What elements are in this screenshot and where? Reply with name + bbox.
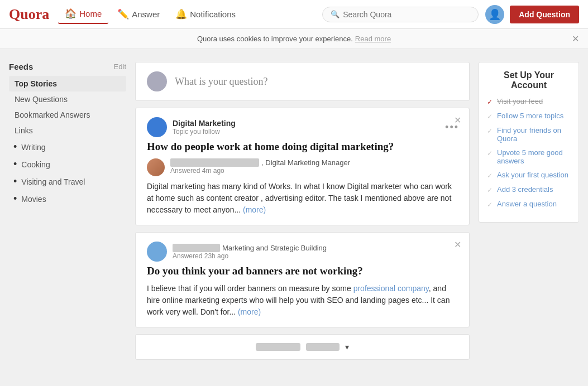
- nav-notifications[interactable]: 🔔 Notifications: [169, 5, 242, 23]
- check-icon-0: ✓: [487, 98, 493, 106]
- setup-item-3: ✓ Upvote 5 more good answers: [487, 148, 571, 165]
- search-icon: 🔍: [331, 10, 340, 19]
- feeds-header: Feeds Edit: [9, 62, 126, 71]
- card-question-2[interactable]: Do you think your ad banners are not wor…: [147, 265, 458, 277]
- setup-item-4: ✓ Ask your first question: [487, 171, 571, 180]
- answer-time-1: Answered 4m ago: [170, 167, 350, 175]
- sidebar-topic-cooking[interactable]: • Cooking: [9, 156, 126, 173]
- cookie-banner: Quora uses cookies to improve your exper…: [0, 29, 588, 49]
- setup-item-5: ✓ Add 3 credentials: [487, 185, 571, 194]
- sidebar-topic-movies[interactable]: • Movies: [9, 190, 126, 208]
- sidebar-topic-writing[interactable]: • Writing: [9, 138, 126, 156]
- nav-links: 🏠 Home ✏️ Answer 🔔 Notifications: [58, 4, 315, 24]
- answer-text-2: I believe that if you will order banners…: [147, 283, 458, 318]
- answer-text-1: Digital marketing has many kind of Works…: [147, 181, 458, 216]
- topic-name-1[interactable]: Digital Marketing: [173, 119, 236, 128]
- search-input[interactable]: [343, 10, 470, 19]
- answer-link-professional[interactable]: professional company: [353, 284, 429, 293]
- home-icon: 🏠: [65, 8, 77, 20]
- cookie-text: Quora uses cookies to improve your exper…: [197, 35, 353, 43]
- load-more-row[interactable]: ▾: [135, 334, 470, 360]
- card-close-button-1[interactable]: ✕: [454, 115, 461, 126]
- sidebar-topic-visiting-and-travel[interactable]: • Visiting and Travel: [9, 173, 126, 190]
- feeds-title: Feeds: [9, 62, 33, 71]
- page-container: Feeds Edit Top Stories New Questions Boo…: [0, 53, 588, 369]
- sidebar: Feeds Edit Top Stories New Questions Boo…: [9, 62, 126, 360]
- answer-more-link-1[interactable]: (more): [243, 205, 266, 214]
- sidebar-item-links[interactable]: Links: [9, 123, 126, 138]
- answer-content-1: , Digital Marketing Manager Answered 4m …: [170, 158, 350, 175]
- setup-item-6: ✓ Answer a question: [487, 200, 571, 209]
- sidebar-item-bookmarked-answers[interactable]: Bookmarked Answers: [9, 107, 126, 123]
- setup-card: Set Up Your Account ✓ Visit your feed ✓ …: [479, 62, 579, 223]
- bullet-icon: •: [13, 193, 17, 205]
- user-avatar-small: [147, 71, 167, 91]
- check-icon-1: ✓: [487, 113, 493, 120]
- setup-link-6[interactable]: Answer a question: [497, 200, 557, 208]
- check-icon-6: ✓: [487, 201, 493, 209]
- feed-card-1: Digital Marketing Topic you follow ••• H…: [135, 108, 470, 225]
- feeds-edit-link[interactable]: Edit: [114, 62, 126, 71]
- topic-info-1: Digital Marketing Topic you follow: [173, 119, 236, 136]
- topic-left-2: Marketing and Strategic Building Answere…: [147, 242, 327, 262]
- check-icon-4: ✓: [487, 172, 493, 180]
- card-question-1[interactable]: How do people work at home doing digital…: [147, 141, 458, 153]
- topic-avatar-1: [147, 117, 167, 137]
- nav-home[interactable]: 🏠 Home: [58, 4, 108, 24]
- bullet-icon: •: [13, 141, 17, 153]
- setup-item-0: ✓ Visit your feed: [487, 97, 571, 106]
- nav-answer[interactable]: ✏️ Answer: [111, 5, 166, 23]
- ask-question-box[interactable]: What is your question?: [135, 62, 470, 101]
- read-more-link[interactable]: Read more: [355, 35, 391, 43]
- main-content: What is your question? Digital Marketing…: [135, 62, 470, 360]
- chevron-down-icon: ▾: [345, 342, 349, 351]
- setup-link-0[interactable]: Visit your feed: [497, 97, 543, 105]
- sidebar-item-new-questions[interactable]: New Questions: [9, 91, 126, 107]
- answer-author-2: Marketing and Strategic Building: [173, 244, 327, 252]
- bullet-icon: •: [13, 176, 17, 187]
- setup-item-1: ✓ Follow 5 more topics: [487, 112, 571, 120]
- cookie-close-button[interactable]: ✕: [572, 33, 579, 44]
- setup-link-5[interactable]: Add 3 credentials: [497, 185, 553, 194]
- bell-icon: 🔔: [175, 8, 187, 20]
- setup-link-4[interactable]: Ask your first question: [497, 171, 568, 179]
- add-question-button[interactable]: Add Question: [510, 6, 579, 23]
- load-more-blurred-2: [306, 343, 340, 351]
- setup-link-3[interactable]: Upvote 5 more good answers: [497, 148, 571, 165]
- bullet-icon: •: [13, 158, 17, 170]
- right-sidebar: Set Up Your Account ✓ Visit your feed ✓ …: [479, 62, 579, 360]
- setup-link-2[interactable]: Find your friends on Quora: [497, 126, 571, 143]
- check-icon-2: ✓: [487, 127, 493, 135]
- search-bar[interactable]: 🔍: [322, 7, 479, 22]
- ask-placeholder[interactable]: What is your question?: [175, 76, 267, 88]
- card-topic-row: Digital Marketing Topic you follow •••: [147, 117, 458, 137]
- topic-avatar-2: [147, 242, 167, 262]
- answer-row-1: , Digital Marketing Manager Answered 4m …: [147, 158, 458, 176]
- avatar[interactable]: 👤: [485, 5, 504, 24]
- check-icon-5: ✓: [487, 186, 493, 194]
- card-close-button-2[interactable]: ✕: [454, 239, 461, 250]
- answer-more-link-2[interactable]: (more): [238, 307, 261, 316]
- setup-title: Set Up Your Account: [487, 70, 571, 90]
- topic-info-2: Marketing and Strategic Building Answere…: [173, 244, 327, 260]
- answer-author-1: , Digital Marketing Manager: [170, 158, 350, 167]
- answer-time-2: Answered 23h ago: [173, 252, 327, 260]
- setup-item-2: ✓ Find your friends on Quora: [487, 126, 571, 143]
- topic-left: Digital Marketing Topic you follow: [147, 117, 236, 137]
- feed-card-2: Marketing and Strategic Building Answere…: [135, 232, 470, 327]
- topic-sub-1: Topic you follow: [173, 128, 236, 136]
- header: Quora 🏠 Home ✏️ Answer 🔔 Notifications 🔍…: [0, 0, 588, 29]
- answer-avatar-1: [147, 158, 165, 176]
- check-icon-3: ✓: [487, 149, 493, 157]
- card-topic-row-2: Marketing and Strategic Building Answere…: [147, 242, 458, 262]
- setup-link-1[interactable]: Follow 5 more topics: [497, 112, 563, 120]
- sidebar-item-top-stories[interactable]: Top Stories: [9, 76, 126, 91]
- load-more-blurred: [256, 343, 300, 351]
- pencil-icon: ✏️: [117, 8, 129, 20]
- logo[interactable]: Quora: [9, 6, 49, 23]
